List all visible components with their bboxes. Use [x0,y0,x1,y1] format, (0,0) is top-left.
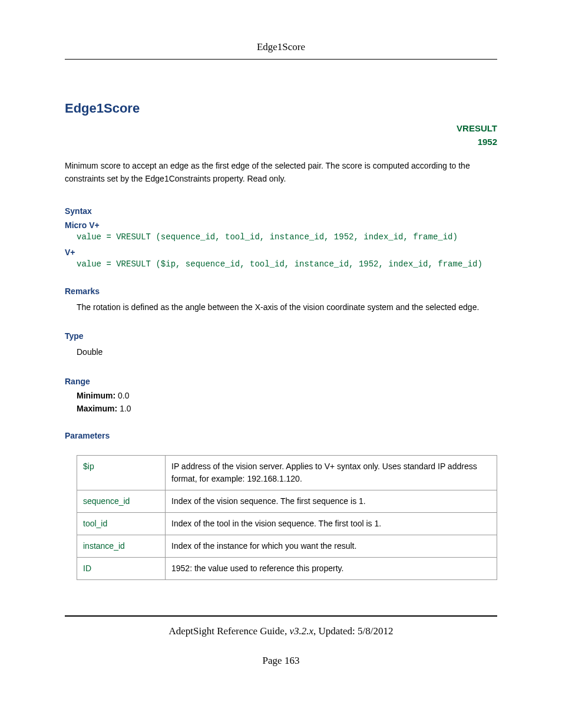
parameters-heading: Parameters [65,431,497,440]
running-header: Edge1Score [65,41,497,60]
remarks-text: The rotation is defined as the angle bet… [77,301,497,314]
meta-block: VRESULT 1952 [65,122,497,149]
parameters-table: $ip IP address of the vision server. App… [77,455,497,580]
description-text: Minimum score to accept an edge as the f… [65,159,497,186]
range-min-label: Minimum: [77,391,115,400]
param-name: tool_id [77,512,166,535]
vresult-code: 1952 [65,136,497,149]
range-max: Maximum: 1.0 [77,404,497,413]
page-num-value: 163 [285,655,300,666]
syntax-heading: Syntax [65,206,497,216]
table-row: sequence_id Index of the vision sequence… [77,490,497,512]
type-value: Double [77,345,497,358]
param-desc: IP address of the vision server. Applies… [166,455,497,490]
param-name: ID [77,557,166,579]
range-min-value: 0.0 [118,391,129,400]
range-heading: Range [65,377,497,386]
param-desc: Index of the instance for which you want… [166,535,497,557]
param-name: instance_id [77,535,166,557]
micro-vplus-code: value = VRESULT (sequence_id, tool_id, i… [77,232,497,242]
footer-updated-label: Updated: [318,625,355,637]
param-desc: Index of the tool in the vision sequence… [166,512,497,535]
page-label: Page [263,655,282,666]
vresult-label: VRESULT [65,122,497,136]
running-title: Edge1Score [257,41,305,52]
param-desc: Index of the vision sequence. The first … [166,490,497,512]
table-row: ID 1952: the value used to reference thi… [77,557,497,579]
type-heading: Type [65,331,497,341]
param-desc: 1952: the value used to reference this p… [166,557,497,579]
range-min: Minimum: 0.0 [77,391,497,400]
table-row: $ip IP address of the vision server. App… [77,455,497,490]
page-title: Edge1Score [65,101,497,116]
range-max-label: Maximum: [77,404,117,413]
table-row: tool_id Index of the tool in the vision … [77,512,497,535]
table-row: instance_id Index of the instance for wh… [77,535,497,557]
footer-version: v3.2.x [289,625,313,637]
page-footer: AdeptSight Reference Guide, v3.2.x, Upda… [65,615,497,667]
range-max-value: 1.0 [120,404,131,413]
footer-updated-date: 5/8/2012 [358,625,393,637]
micro-vplus-label: Micro V+ [65,220,497,230]
param-name: sequence_id [77,490,166,512]
page-number: Page 163 [65,655,497,667]
vplus-label: V+ [65,248,497,257]
param-name: $ip [77,455,166,490]
footer-guide-name: AdeptSight Reference Guide [168,625,284,637]
vplus-code: value = VRESULT ($ip, sequence_id, tool_… [77,259,497,269]
remarks-heading: Remarks [65,286,497,296]
footer-guide: AdeptSight Reference Guide, v3.2.x, Upda… [168,625,393,637]
